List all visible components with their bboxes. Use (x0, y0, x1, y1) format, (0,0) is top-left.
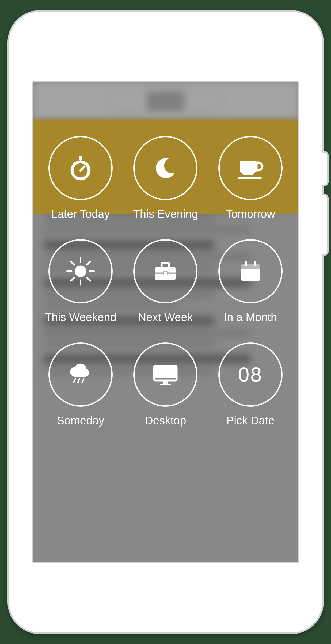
calendar-icon (236, 257, 265, 286)
phone-frame: Later Today This Evening (7, 10, 324, 634)
svg-line-13 (87, 278, 90, 281)
snooze-option-this-evening[interactable]: This Evening (133, 136, 198, 220)
svg-rect-30 (160, 384, 171, 385)
snooze-option-tomorrow[interactable]: Tomorrow (218, 136, 283, 220)
snooze-option-label: Pick Date (226, 414, 275, 427)
snooze-option-label: Someday (57, 414, 104, 427)
snooze-option-label: This Evening (133, 208, 198, 220)
snooze-option-later-today[interactable]: Later Today (48, 136, 113, 220)
svg-line-15 (71, 278, 74, 281)
moon-icon (151, 153, 180, 183)
snooze-option-label: Later Today (51, 208, 110, 220)
cloud-rain-icon (64, 360, 97, 389)
svg-point-7 (75, 265, 86, 277)
snooze-option-label: In a Month (224, 311, 277, 324)
svg-rect-21 (241, 264, 260, 269)
snooze-option-label: Next Week (138, 311, 193, 324)
snooze-option-desktop[interactable]: Desktop (133, 342, 197, 427)
svg-rect-28 (155, 367, 176, 378)
svg-rect-6 (238, 177, 262, 179)
stopwatch-icon (66, 153, 95, 183)
snooze-option-label: Desktop (145, 414, 186, 427)
screen: Later Today This Evening (32, 81, 299, 563)
svg-rect-19 (164, 271, 167, 275)
desktop-icon (149, 360, 181, 389)
svg-rect-23 (254, 261, 256, 266)
svg-line-24 (74, 379, 75, 383)
device-side-button (322, 151, 329, 186)
svg-line-25 (78, 379, 79, 383)
svg-rect-22 (245, 261, 247, 266)
svg-rect-2 (80, 159, 82, 162)
pick-date-icon: 08 (238, 363, 263, 386)
snooze-option-this-weekend[interactable]: This Weekend (45, 239, 116, 324)
svg-line-26 (82, 379, 84, 383)
snooze-options-grid: Later Today This Evening (33, 136, 298, 427)
snooze-option-someday[interactable]: Someday (48, 342, 113, 427)
svg-rect-17 (162, 263, 169, 268)
snooze-option-label: This Weekend (45, 311, 116, 324)
snooze-option-next-week[interactable]: Next Week (133, 239, 197, 324)
svg-rect-29 (163, 381, 168, 384)
briefcase-icon (151, 257, 180, 286)
sun-icon (64, 255, 97, 287)
snooze-option-label: Tomorrow (226, 208, 275, 220)
snooze-option-pick-date[interactable]: 08 Pick Date (218, 342, 283, 427)
device-side-button (322, 194, 329, 256)
svg-point-5 (79, 169, 82, 172)
coffee-icon (234, 153, 267, 183)
svg-line-14 (87, 262, 90, 265)
svg-line-12 (71, 262, 74, 265)
snooze-option-in-a-month[interactable]: In a Month (218, 239, 283, 324)
